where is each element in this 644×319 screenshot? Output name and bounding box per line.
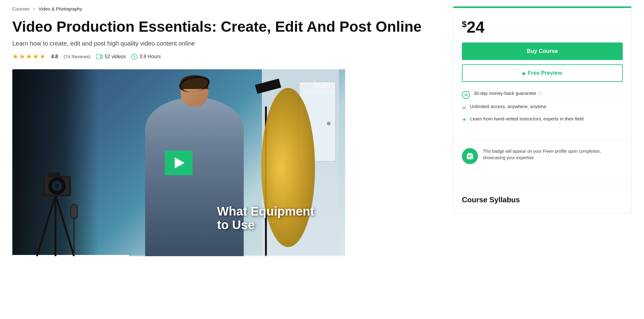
breadcrumb-current: Video & Photography	[39, 6, 82, 11]
breadcrumb: Courses > Video & Photography	[12, 6, 441, 11]
hours-meta: 3.8 Hours	[131, 54, 161, 60]
star-3: ★	[26, 53, 32, 61]
free-preview-button[interactable]: ▶Free Preview	[462, 64, 623, 82]
video-player[interactable]: learn. FROM FIVERR What Equipment to Use	[12, 69, 345, 256]
rating-reviews: (74 Reviews)	[63, 54, 91, 59]
videos-count: 52 videos	[105, 54, 126, 59]
syllabus-title: Course Syllabus	[462, 196, 623, 204]
buy-course-button[interactable]: Buy Course	[462, 42, 623, 60]
badge-section: This badge will appear on your Fiverr pr…	[453, 148, 631, 173]
sidebar-card: $24 Buy Course ▶Free Preview 30 30-day m…	[453, 6, 632, 213]
svg-rect-0	[96, 54, 100, 59]
svg-point-10	[55, 184, 59, 188]
instructor-icon: ✦	[462, 116, 467, 123]
star-4: ★	[33, 53, 39, 61]
course-subtitle: Learn how to create, edit and post high …	[12, 40, 441, 47]
price-amount: 24	[467, 18, 485, 36]
breadcrumb-parent-link[interactable]: Courses	[12, 6, 30, 11]
feature-text-1: Unlimited access, anywhere, anytime	[470, 104, 546, 109]
feature-item-0: 30 30-day money-back guarantee ⓘ	[462, 91, 623, 99]
watermark-learn: learn.	[306, 79, 336, 90]
course-title: Video Production Essentials: Create, Edi…	[12, 19, 441, 35]
rating-row: ★ ★ ★ ★ ★ 4.8 (74 Reviews) 52 videos	[12, 53, 441, 61]
feature-list: 30 30-day money-back guarantee ⓘ ∞ Unlim…	[462, 91, 623, 123]
price-currency: $	[462, 19, 467, 29]
svg-rect-21	[468, 155, 472, 156]
overlay-line2: to Use	[217, 218, 314, 232]
sidebar-divider-2	[453, 180, 631, 180]
guarantee-icon: 30	[462, 91, 470, 99]
star-rating: ★ ★ ★ ★ ★	[12, 53, 46, 61]
play-button[interactable]	[165, 151, 193, 175]
svg-rect-15	[71, 204, 77, 219]
video-icon	[96, 54, 103, 59]
clock-icon	[131, 54, 137, 60]
video-overlay-text: What Equipment to Use	[217, 204, 314, 232]
star-5: ★	[39, 53, 46, 61]
svg-rect-22	[468, 157, 471, 157]
sidebar-divider-1	[453, 140, 631, 141]
feature-text-0: 30-day money-back guarantee ⓘ	[474, 91, 542, 96]
hours-count: 3.8 Hours	[139, 54, 161, 59]
badge-icon	[462, 148, 478, 164]
rating-score: 4.8	[51, 54, 58, 59]
page-wrapper: Courses > Video & Photography Video Prod…	[0, 0, 644, 262]
video-watermark: learn. FROM FIVERR	[306, 79, 336, 95]
svg-line-2	[37, 195, 55, 256]
svg-rect-12	[48, 172, 60, 177]
course-syllabus-section: Course Syllabus	[453, 188, 631, 213]
badge-description: This badge will appear on your Fiverr pr…	[483, 148, 623, 161]
overlay-line1: What Equipment	[217, 204, 314, 218]
preview-play-icon: ▶	[523, 71, 526, 76]
main-content: Courses > Video & Photography Video Prod…	[12, 6, 441, 256]
preview-label: Free Preview	[528, 70, 562, 76]
videos-meta: 52 videos	[96, 54, 126, 59]
feature-item-1: ∞ Unlimited access, anywhere, anytime	[462, 104, 623, 111]
breadcrumb-separator: >	[33, 6, 35, 11]
sidebar-body: $24 Buy Course ▶Free Preview 30 30-day m…	[453, 8, 631, 133]
watermark-sub: FROM FIVERR	[306, 90, 336, 94]
play-icon	[175, 157, 185, 168]
star-1: ★	[12, 53, 18, 61]
unlimited-icon: ∞	[462, 104, 466, 111]
feature-text-2: Learn from hand-vetted instructors, expe…	[470, 116, 584, 121]
course-sidebar: $24 Buy Course ▶Free Preview 30 30-day m…	[453, 6, 632, 256]
course-price: $24	[462, 18, 623, 36]
star-2: ★	[19, 53, 25, 61]
camera-equipment	[25, 69, 86, 256]
feature-item-2: ✦ Learn from hand-vetted instructors, ex…	[462, 116, 623, 123]
